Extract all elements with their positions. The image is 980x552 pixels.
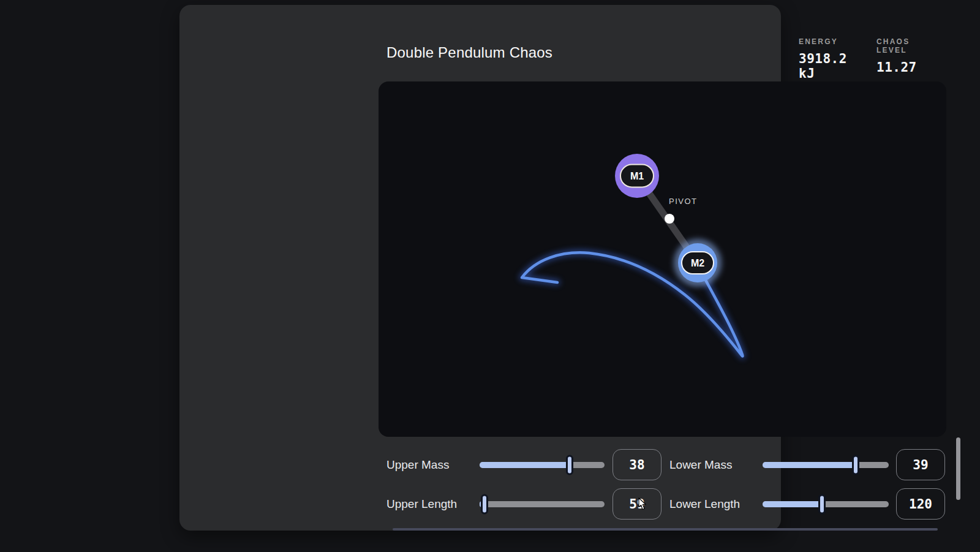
app-window: Double Pendulum Chaos ENERGY 3918.2 kJ C… (0, 0, 980, 552)
upper-length-value: 59 (629, 497, 644, 512)
lower-length-control: Lower Length 120 (669, 488, 945, 520)
upper-length-control: Upper Length 59 (386, 488, 662, 520)
slider-fill (480, 462, 570, 468)
slider-thumb[interactable] (481, 494, 488, 514)
upper-length-slider[interactable] (480, 501, 605, 507)
energy-label: ENERGY (799, 37, 847, 46)
chaos-level-stat: CHAOS LEVEL 11.27 (876, 37, 917, 75)
slider-fill (763, 462, 856, 468)
chaos-level-label: CHAOS LEVEL (876, 37, 917, 55)
main-panel: Double Pendulum Chaos ENERGY 3918.2 kJ C… (179, 5, 781, 531)
mass1-bob[interactable]: M1 (615, 154, 659, 198)
energy-value: 3918.2 kJ (799, 51, 847, 81)
upper-mass-value-field[interactable]: 38 (612, 449, 662, 480)
lower-mass-control: Lower Mass 39 (669, 449, 945, 480)
slider-thumb[interactable] (566, 455, 573, 475)
pendulum-scene: PIVOT M1 M2 (379, 81, 946, 437)
upper-mass-control: Upper Mass 38 (386, 449, 662, 480)
mass2-bob[interactable]: M2 (678, 243, 717, 282)
upper-mass-label: Upper Mass (386, 458, 449, 472)
upper-length-label: Upper Length (386, 497, 457, 511)
lower-length-value: 120 (909, 497, 932, 512)
upper-length-value-field[interactable]: 59 (612, 488, 662, 520)
lower-mass-label: Lower Mass (669, 458, 732, 472)
mass1-label: M1 (630, 171, 644, 181)
slider-fill (763, 501, 822, 507)
slider-thumb[interactable] (852, 455, 859, 475)
lower-length-slider[interactable] (763, 501, 889, 507)
pivot-dot[interactable] (665, 214, 674, 224)
pivot-label: PIVOT (669, 197, 698, 206)
lower-length-label: Lower Length (669, 497, 740, 511)
lower-length-value-field[interactable]: 120 (896, 488, 945, 520)
page-title: Double Pendulum Chaos (386, 44, 552, 61)
upper-mass-slider[interactable] (480, 462, 605, 468)
pendulum-canvas[interactable]: PIVOT M1 M2 (379, 81, 946, 437)
slider-thumb[interactable] (818, 494, 826, 514)
upper-mass-value: 38 (629, 458, 644, 472)
energy-stat: ENERGY 3918.2 kJ (799, 37, 847, 81)
lower-mass-value: 39 (913, 458, 928, 472)
chaos-level-value: 11.27 (876, 60, 917, 75)
vertical-scrollbar[interactable] (956, 437, 960, 500)
mass2-label: M2 (691, 258, 704, 268)
lower-mass-slider[interactable] (763, 462, 889, 468)
horizontal-scrollbar[interactable] (393, 528, 938, 531)
lower-mass-value-field[interactable]: 39 (896, 449, 945, 480)
